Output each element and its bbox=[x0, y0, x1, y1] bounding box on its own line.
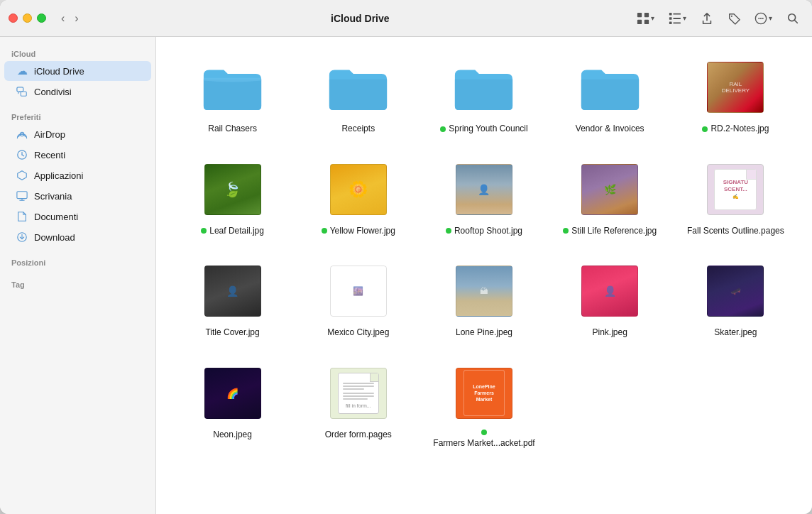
sidebar-item-condivisi[interactable]: Condivisi bbox=[4, 82, 151, 102]
more-caret: ▾ bbox=[769, 14, 772, 22]
share-button[interactable] bbox=[696, 9, 718, 28]
svg-line-16 bbox=[794, 20, 797, 23]
sidebar-label-recenti: Recenti bbox=[34, 150, 65, 160]
minimize-button[interactable] bbox=[23, 13, 32, 23]
file-item-title-cover[interactable]: 👤 Title Cover.jpg bbox=[173, 255, 292, 343]
cloud-icon: ☁ bbox=[16, 65, 28, 77]
file-item-order-form[interactable]: fill in form... Order form.pages bbox=[299, 357, 417, 454]
thumb-title-cover: 👤 bbox=[201, 259, 265, 323]
sidebar-item-documenti[interactable]: Documenti bbox=[4, 207, 151, 226]
search-button[interactable] bbox=[782, 9, 803, 28]
svg-rect-17 bbox=[17, 87, 23, 92]
tag-icon bbox=[728, 12, 740, 25]
sidebar-label-applicazioni: Applicazioni bbox=[34, 170, 83, 181]
file-item-leaf-detail[interactable]: 🍃 Leaf Detail.jpg bbox=[173, 153, 292, 241]
sidebar-label-scrivania: Scrivania bbox=[34, 191, 72, 202]
more-icon bbox=[755, 12, 767, 25]
thumb-leaf-detail: 🍃 bbox=[201, 158, 265, 222]
window-title: iCloud Drive bbox=[88, 13, 632, 24]
sync-dot-farmers-market bbox=[481, 430, 487, 435]
file-label-farmers-market: Farmers Market...acket.pdf bbox=[429, 430, 539, 449]
sidebar-section-icloud: iCloud bbox=[0, 45, 155, 60]
sidebar-item-airdrop[interactable]: AirDrop bbox=[4, 124, 151, 144]
svg-point-10 bbox=[731, 15, 733, 16]
svg-point-14 bbox=[762, 17, 764, 18]
grid-view-button[interactable]: ▾ bbox=[632, 9, 659, 28]
sidebar-item-recenti[interactable]: Recenti bbox=[4, 145, 151, 165]
thumb-skater: 🛹 bbox=[703, 259, 767, 323]
sidebar: iCloud ☁ iCloud Drive Condivisi Preferit… bbox=[0, 37, 156, 514]
files-grid: Rail Chasers Receipts bbox=[173, 51, 795, 453]
sidebar-item-scrivania[interactable]: Scrivania bbox=[4, 186, 151, 206]
thumb-neon: 🌈 bbox=[201, 361, 265, 425]
sidebar-label-airdrop: AirDrop bbox=[34, 129, 65, 140]
file-item-pink[interactable]: 👤 Pink.jpeg bbox=[551, 255, 669, 343]
file-label-title-cover: Title Cover.jpg bbox=[205, 327, 259, 339]
sidebar-item-download[interactable]: Download bbox=[4, 227, 151, 247]
file-item-rooftop-shoot[interactable]: 👤 Rooftop Shoot.jpg bbox=[424, 153, 543, 241]
file-label-rooftop-shoot: Rooftop Shoot.jpg bbox=[446, 226, 522, 237]
thumb-still-life: 🌿 bbox=[578, 158, 642, 222]
svg-rect-1 bbox=[644, 12, 649, 16]
sidebar-label-download: Download bbox=[34, 232, 75, 243]
file-item-rd2-notes[interactable]: RAILDELIVERY RD.2-Notes.jpg bbox=[676, 51, 795, 139]
svg-rect-0 bbox=[637, 12, 642, 16]
search-icon bbox=[786, 12, 799, 25]
file-item-neon[interactable]: 🌈 Neon.jpeg bbox=[173, 357, 292, 454]
file-label-lone-pine: Lone Pine.jpeg bbox=[456, 327, 512, 339]
file-item-farmers-market[interactable]: LonePineFarmers Market Farmers Market...… bbox=[424, 357, 543, 454]
sync-dot-flower bbox=[322, 228, 327, 234]
file-item-vendor-invoices[interactable]: Vendor & Invoices bbox=[551, 51, 669, 139]
file-label-vendor-invoices: Vendor & Invoices bbox=[576, 124, 644, 135]
folder-icon-vendor-invoices bbox=[578, 55, 642, 119]
sync-dot-rooftop bbox=[446, 228, 451, 234]
thumb-order-form: fill in form... bbox=[327, 361, 390, 425]
thumb-mexico-city: 🌆 bbox=[327, 259, 390, 323]
apps-icon bbox=[16, 169, 28, 182]
file-item-fall-scents[interactable]: SIGNATUSCENT... ✍ Fall Scents Outline.pa… bbox=[676, 153, 795, 241]
svg-line-22 bbox=[22, 155, 24, 156]
svg-point-13 bbox=[760, 17, 762, 18]
file-item-yellow-flower[interactable]: 🌼 Yellow Flower.jpg bbox=[299, 153, 417, 241]
desktop-icon bbox=[16, 190, 28, 202]
file-item-spring-youth-council[interactable]: Spring Youth Council bbox=[424, 51, 543, 139]
more-button[interactable]: ▾ bbox=[750, 9, 777, 28]
svg-rect-9 bbox=[673, 22, 681, 23]
file-item-mexico-city[interactable]: 🌆 Mexico City.jpeg bbox=[299, 255, 417, 343]
file-item-still-life[interactable]: 🌿 Still Life Reference.jpg bbox=[551, 153, 669, 241]
file-label-mexico-city: Mexico City.jpeg bbox=[327, 327, 389, 339]
file-label-neon: Neon.jpeg bbox=[213, 430, 252, 441]
back-button[interactable]: ‹ bbox=[57, 11, 68, 26]
sidebar-item-icloud-drive[interactable]: ☁ iCloud Drive bbox=[4, 61, 151, 81]
forward-button[interactable]: › bbox=[71, 11, 82, 26]
thumb-rooftop-shoot: 👤 bbox=[452, 158, 516, 222]
file-item-lone-pine[interactable]: 🏔 Lone Pine.jpeg bbox=[424, 255, 543, 343]
file-item-receipts[interactable]: Receipts bbox=[299, 51, 417, 139]
list-view-button[interactable]: ▾ bbox=[664, 9, 691, 28]
grid-caret: ▾ bbox=[651, 14, 654, 22]
airdrop-icon bbox=[16, 128, 28, 141]
file-label-yellow-flower: Yellow Flower.jpg bbox=[322, 226, 395, 237]
svg-rect-8 bbox=[669, 21, 672, 24]
sidebar-section-posizioni: Posizioni bbox=[0, 254, 155, 269]
file-item-skater[interactable]: 🛹 Skater.jpeg bbox=[676, 255, 795, 343]
document-icon bbox=[16, 210, 28, 223]
sidebar-item-applicazioni[interactable]: Applicazioni bbox=[4, 165, 151, 185]
content-area: Rail Chasers Receipts bbox=[156, 37, 812, 514]
close-button[interactable] bbox=[9, 13, 18, 23]
svg-point-12 bbox=[758, 17, 759, 18]
sidebar-label-condivisi: Condivisi bbox=[34, 87, 72, 97]
tag-button[interactable] bbox=[723, 9, 745, 28]
maximize-button[interactable] bbox=[37, 13, 46, 23]
svg-rect-6 bbox=[669, 17, 672, 20]
folder-icon-spring-youth-council bbox=[452, 55, 516, 119]
file-item-rail-chasers[interactable]: Rail Chasers bbox=[173, 51, 292, 139]
clock-icon bbox=[16, 148, 28, 161]
file-label-skater: Skater.jpeg bbox=[714, 327, 757, 339]
main-layout: iCloud ☁ iCloud Drive Condivisi Preferit… bbox=[0, 37, 812, 514]
svg-rect-7 bbox=[673, 18, 681, 19]
file-label-receipts: Receipts bbox=[341, 124, 375, 135]
folder-icon-receipts bbox=[327, 55, 390, 119]
sync-dot-spring-youth-council bbox=[440, 126, 446, 132]
thumb-farmers-market: LonePineFarmers Market bbox=[452, 361, 516, 425]
